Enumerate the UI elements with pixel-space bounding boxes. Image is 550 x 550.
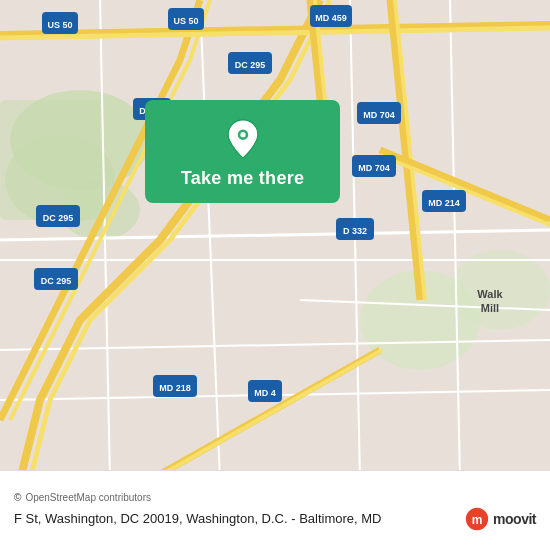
svg-text:MD 4: MD 4 bbox=[254, 388, 276, 398]
svg-text:DC 295: DC 295 bbox=[235, 60, 266, 70]
svg-text:MD 459: MD 459 bbox=[315, 13, 347, 23]
svg-text:DC 295: DC 295 bbox=[41, 276, 72, 286]
svg-text:MD 214: MD 214 bbox=[428, 198, 460, 208]
svg-text:US 50: US 50 bbox=[47, 20, 72, 30]
svg-text:m: m bbox=[472, 513, 483, 527]
moovit-logo: m moovit bbox=[465, 507, 536, 531]
moovit-brand-text: moovit bbox=[493, 511, 536, 527]
take-me-there-label: Take me there bbox=[181, 168, 305, 189]
moovit-brand-icon: m bbox=[465, 507, 489, 531]
svg-text:Mill: Mill bbox=[481, 302, 499, 314]
osm-copyright: © bbox=[14, 492, 21, 503]
svg-text:US 50: US 50 bbox=[173, 16, 198, 26]
address-row: F St, Washington, DC 20019, Washington, … bbox=[14, 507, 536, 531]
svg-text:MD 704: MD 704 bbox=[358, 163, 390, 173]
attribution-text: OpenStreetMap contributors bbox=[25, 492, 151, 503]
svg-text:DC 295: DC 295 bbox=[43, 213, 74, 223]
attribution-row: © OpenStreetMap contributors bbox=[14, 492, 536, 503]
bottom-info-panel: © OpenStreetMap contributors F St, Washi… bbox=[0, 470, 550, 550]
svg-text:MD 704: MD 704 bbox=[363, 110, 395, 120]
svg-text:MD 218: MD 218 bbox=[159, 383, 191, 393]
location-pin-icon bbox=[222, 118, 264, 160]
svg-text:Walk: Walk bbox=[477, 288, 503, 300]
address-text: F St, Washington, DC 20019, Washington, … bbox=[14, 511, 455, 528]
svg-text:D 332: D 332 bbox=[343, 226, 367, 236]
take-me-there-card[interactable]: Take me there bbox=[145, 100, 340, 203]
svg-rect-4 bbox=[0, 100, 100, 220]
svg-point-55 bbox=[240, 132, 245, 137]
map-area: US 50 US 50 MD 459 DC 295 DC 29 DC 295 D… bbox=[0, 0, 550, 480]
